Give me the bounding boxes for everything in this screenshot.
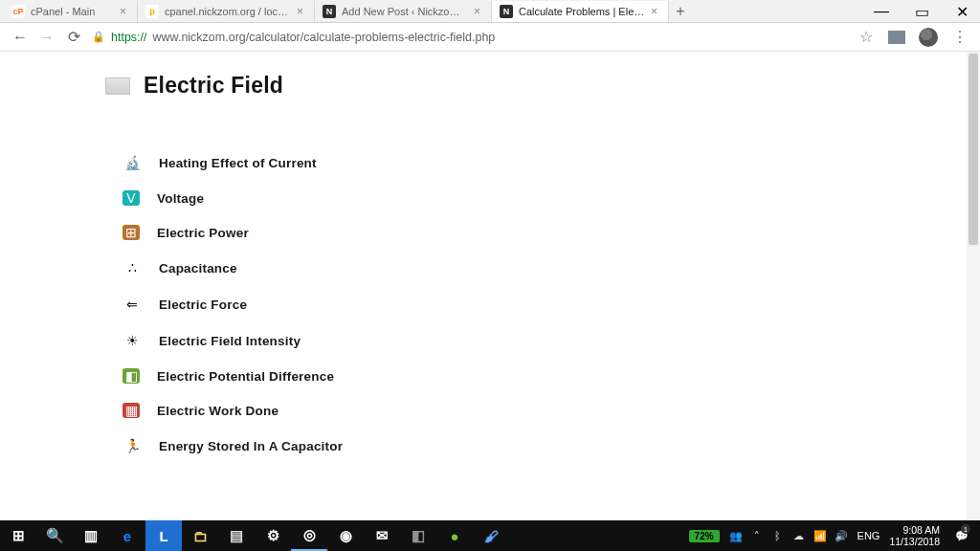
language-indicator[interactable]: ENG [858,530,880,541]
tray-chevron-icon[interactable]: ˄ [750,529,764,542]
tab-title: Add New Post ‹ Nickzom Blog — [342,6,468,17]
topic-label: Capacitance [159,261,237,276]
taskbar-app-l-button[interactable]: L [145,520,182,551]
tray-people-icon[interactable]: 👥 [729,529,743,542]
browser-tab[interactable]: NCalculate Problems | Electric Field× [492,1,669,22]
tab-close-button[interactable]: × [651,5,660,18]
browser-tab-strip: cPcPanel - Main×pcpanel.nickzom.org / lo… [0,0,980,23]
tab-favicon-icon: N [500,5,513,18]
notification-badge: 1 [961,524,970,534]
topic-link[interactable]: ▦Electric Work Done [122,403,980,418]
taskbar-calculator-button[interactable]: ▤ [218,520,255,551]
battery-indicator[interactable]: 72% [689,530,720,542]
app-l-icon: L [159,528,167,544]
taskbar-clock[interactable]: 9:08 AM 11/13/2018 [889,524,940,547]
tab-title: cpanel.nickzom.org / localhost | p [165,6,291,17]
taskbar: ⊞🔍▥eL🗀▤⚙◎◉✉◧●🖌 72% 👥˄ᛒ☁📶🔊 ENG 9:08 AM 11… [0,520,980,551]
taskbar-settings-button[interactable]: ⚙ [255,520,291,551]
tab-title: Calculate Problems | Electric Field [519,6,645,17]
tray-volume-icon[interactable]: 🔊 [835,529,848,542]
topic-icon: ⊞ [122,225,140,240]
tab-close-button[interactable]: × [297,5,306,18]
topic-label: Electric Field Intensity [159,334,301,348]
start-icon: ⊞ [12,527,25,544]
tab-close-button[interactable]: × [120,5,129,18]
window-minimize-button[interactable]: — [875,5,888,18]
settings-icon: ⚙ [267,527,279,544]
taskbar-right: 72% 👥˄ᛒ☁📶🔊 ENG 9:08 AM 11/13/2018 💬 1 [689,520,980,551]
topic-label: Electric Power [157,226,249,240]
tray-cloud-icon[interactable]: ☁ [792,529,806,542]
topic-icon: ▦ [122,403,140,418]
topic-icon: ☀ [122,332,142,349]
tab-favicon-icon: N [323,5,336,18]
window-controls: — ▭ ✕ [875,0,980,23]
topic-link[interactable]: ∴Capacitance [122,259,980,276]
clock-date: 11/13/2018 [889,536,940,547]
lock-icon: 🔒 [92,31,105,43]
topic-label: Electric Work Done [157,404,278,418]
page-content: Electric Field 🔬Heating Effect of Curren… [0,52,980,454]
page-heading: Electric Field [105,73,980,99]
tab-favicon-icon: cP [11,5,25,18]
topic-link[interactable]: ◧Electric Potential Difference [122,368,980,384]
taskbar-app-box-button[interactable]: ◧ [400,520,436,551]
tab-title: cPanel - Main [31,6,114,17]
taskbar-left: ⊞🔍▥eL🗀▤⚙◎◉✉◧●🖌 [0,520,509,551]
taskbar-search-button[interactable]: 🔍 [36,520,73,551]
profile-avatar[interactable] [919,28,938,47]
tray-wifi-icon[interactable]: 📶 [813,529,827,542]
topic-icon: ⇐ [122,296,142,313]
explorer-icon: 🗀 [193,528,208,544]
topic-icon: 🔬 [122,154,142,171]
topic-label: Energy Stored In A Capacitor [159,439,343,453]
scrollbar-thumb[interactable] [969,54,978,245]
topic-link[interactable]: ⇐Electric Force [122,296,980,313]
task-view-icon: ▥ [84,527,98,544]
browser-tab[interactable]: NAdd New Post ‹ Nickzom Blog — × [315,1,492,22]
taskbar-chrome-button[interactable]: ◎ [291,520,327,551]
taskbar-app-green-button[interactable]: ● [436,520,473,551]
extension-icon[interactable] [888,31,905,44]
topic-label: Heating Effect of Current [159,156,317,170]
clock-time: 9:08 AM [889,524,940,536]
taskbar-start-button[interactable]: ⊞ [0,520,36,551]
app-paint-icon: 🖌 [484,528,499,544]
notification-center-button[interactable]: 💬 1 [949,520,974,551]
topic-icon: ∴ [122,259,142,276]
tab-close-button[interactable]: × [474,5,483,18]
new-tab-button[interactable]: + [669,3,692,20]
topic-link[interactable]: ⊞Electric Power [122,225,980,240]
browser-tab[interactable]: cPcPanel - Main× [4,1,138,22]
taskbar-explorer-button[interactable]: 🗀 [182,520,218,551]
bookmark-star-icon[interactable]: ☆ [858,29,875,46]
topic-link[interactable]: 🏃Energy Stored In A Capacitor [122,437,980,454]
taskbar-mail-button[interactable]: ✉ [364,520,400,551]
taskbar-task-view-button[interactable]: ▥ [73,520,109,551]
page-title: Electric Field [144,73,283,99]
taskbar-edge-button[interactable]: e [109,520,145,551]
chrome-icon: ◎ [303,526,316,543]
nav-back-button[interactable]: ← [11,29,29,46]
topic-icon: V [122,190,140,206]
browser-menu-button[interactable]: ⋮ [951,29,969,46]
system-tray: 👥˄ᛒ☁📶🔊 [729,529,848,542]
url-scheme: https:// [111,31,147,44]
browser-tab[interactable]: pcpanel.nickzom.org / localhost | p× [138,1,315,22]
app-green-icon: ● [450,528,458,544]
tray-bluetooth-icon[interactable]: ᛒ [771,529,785,542]
topic-link[interactable]: 🔬Heating Effect of Current [122,154,980,171]
nav-forward-button[interactable]: → [38,29,56,46]
topic-label: Voltage [157,191,204,206]
nav-reload-button[interactable]: ⟳ [65,29,82,46]
window-close-button[interactable]: ✕ [955,5,969,18]
window-maximize-button[interactable]: ▭ [915,5,928,18]
topic-list: 🔬Heating Effect of CurrentVVoltage⊞Elect… [122,154,980,454]
taskbar-app-paint-button[interactable]: 🖌 [473,520,509,551]
topic-icon: ◧ [122,368,140,384]
url-field[interactable]: 🔒 https://www.nickzom.org/calculator/cal… [92,31,848,44]
taskbar-app-circle-button[interactable]: ◉ [327,520,364,551]
topic-link[interactable]: ☀Electric Field Intensity [122,332,980,349]
topic-link[interactable]: VVoltage [122,190,980,206]
scrollbar-track[interactable] [967,52,980,520]
